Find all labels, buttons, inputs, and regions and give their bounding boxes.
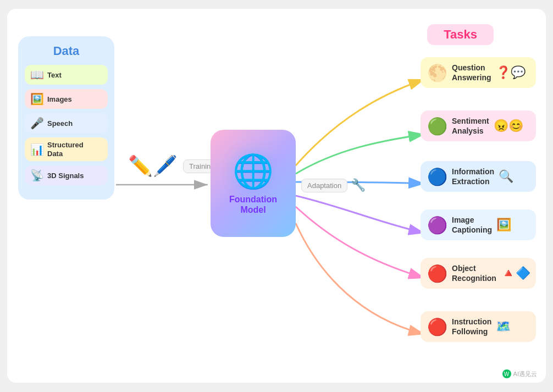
task-item-ie: 🔵 InformationExtraction 🔍	[421, 161, 536, 192]
data-item-text: 📖 Text	[25, 65, 108, 85]
speech-icon: 🎤	[30, 117, 44, 130]
pencils-icon: ✏️🖊️	[128, 154, 178, 178]
adaptation-area: Adaptation 🔧	[301, 178, 366, 192]
ic-icons: 🖼️	[496, 218, 511, 232]
data-item-structured: 📊 StructuredData	[25, 137, 108, 161]
if-globe-icon: 🔴	[427, 317, 447, 336]
book-icon: 📖	[30, 68, 44, 81]
foundation-model-box: 🌐 FoundationModel	[211, 130, 296, 237]
ie-label: InformationExtraction	[452, 167, 494, 186]
data-title: Data	[25, 44, 108, 58]
wechat-icon: W	[502, 369, 511, 378]
training-area: ✏️🖊️ Training	[128, 154, 220, 178]
tasks-title: Tasks	[427, 24, 494, 45]
sa-icons: 😠😊	[494, 119, 523, 133]
main-container: Data 📖 Text 🖼️ Images 🎤 Speech 📊 Structu…	[7, 9, 546, 383]
ie-icons: 🔍	[499, 169, 513, 184]
task-item-sa: 🟢 SentimentAnalysis 😠😊	[421, 111, 536, 141]
sa-label: SentimentAnalysis	[452, 116, 489, 136]
data-panel: Data 📖 Text 🖼️ Images 🎤 Speech 📊 Structu…	[18, 36, 114, 200]
or-label: ObjectRecognition	[452, 263, 496, 283]
watermark-text: AI遇见云	[513, 370, 537, 378]
task-item-ic: 🟣 ImageCaptioning 🖼️	[421, 209, 536, 240]
data-item-signals: 📡 3D Signals	[25, 165, 108, 185]
adaptation-label: Adaptation	[301, 179, 347, 192]
if-label: InstructionFollowing	[452, 317, 491, 336]
ie-globe-icon: 🔵	[427, 167, 447, 186]
structured-icon: 📊	[30, 143, 44, 156]
or-icons: 🔺🔷	[501, 266, 530, 280]
task-item-or: 🔴 ObjectRecognition 🔺🔷	[421, 258, 536, 289]
watermark: W AI遇见云	[502, 369, 537, 378]
foundation-globe: 🌐	[233, 152, 274, 191]
structured-label: StructuredData	[47, 141, 84, 158]
or-globe-icon: 🔴	[427, 264, 447, 283]
ic-globe-icon: 🟣	[427, 216, 447, 235]
foundation-label: FoundationModel	[229, 194, 277, 215]
wrench-icon: 🔧	[351, 178, 366, 192]
qa-globe-icon: 🌕	[427, 63, 447, 82]
qa-icons: ❓💬	[496, 65, 526, 80]
ic-label: ImageCaptioning	[452, 215, 492, 235]
task-item-if: 🔴 InstructionFollowing 🗺️	[421, 311, 536, 342]
image-icon: 🖼️	[30, 92, 44, 106]
task-item-qa: 🌕 QuestionAnswering ❓💬	[421, 57, 536, 88]
qa-label: QuestionAnswering	[452, 63, 491, 82]
if-icons: 🗺️	[496, 319, 511, 334]
data-item-speech: 🎤 Speech	[25, 113, 108, 133]
sa-globe-icon: 🟢	[427, 117, 447, 136]
data-item-images: 🖼️ Images	[25, 89, 108, 109]
signals-icon: 📡	[30, 169, 44, 182]
